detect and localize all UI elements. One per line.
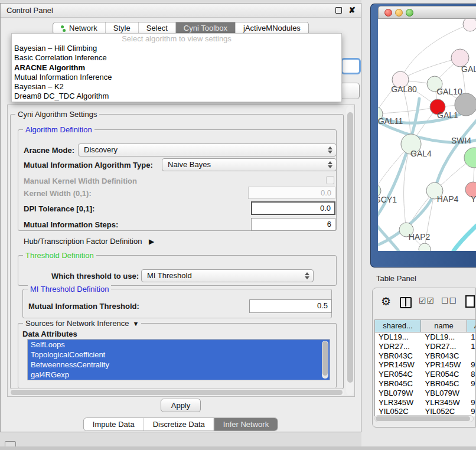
tab-Network[interactable]: Network — [53, 22, 105, 34]
zoom-button[interactable] — [406, 9, 413, 17]
table-column-header[interactable]: A — [467, 319, 476, 332]
network-node-swi4[interactable] — [464, 148, 476, 168]
bottom-tab-Impute Data[interactable]: Impute Data — [84, 418, 144, 431]
which-threshold-combo[interactable]: MI Threshold — [141, 269, 314, 282]
control-panel-titlebar: Control Panel ✘ — [1, 4, 361, 18]
cell-shared-name: YDL19... — [375, 332, 422, 342]
table-row[interactable]: YBR045C YBR045C 9. — [375, 379, 476, 389]
cell-shared-name: YLR345W — [375, 398, 422, 407]
hub-definition-expander[interactable]: Hub/Transcription Factor Definition ▶ — [24, 237, 154, 246]
network-node-label: GAL4 — [410, 149, 432, 158]
network-edge[interactable] — [400, 58, 460, 80]
cell-extra: 9. — [467, 360, 476, 370]
network-node-label: HAP2 — [409, 232, 431, 242]
sources-title-text: Sources for Network Inference — [25, 319, 129, 328]
bottom-strip — [0, 446, 476, 450]
table-horizontal-scrollbar-thumb[interactable] — [376, 416, 470, 421]
columns-icon[interactable] — [400, 297, 412, 308]
network-node[interactable] — [463, 19, 476, 31]
data-attributes-list[interactable]: SelfLoops TopologicalCoefficient Between… — [27, 339, 330, 380]
apply-button[interactable]: Apply — [161, 399, 201, 412]
table-header-row: shared... name A — [374, 319, 476, 332]
attribute-item[interactable]: BetweennessCentrality — [28, 360, 330, 370]
algorithm-option[interactable]: Basic Correlation Inference — [12, 53, 341, 63]
select-all-checkboxes-icon[interactable]: ☑☑ — [419, 296, 435, 305]
algorithm-option[interactable]: Bayesian – Hill Climbing — [12, 44, 341, 53]
close-icon[interactable]: ✘ — [348, 5, 356, 15]
cell-name: YER054C — [422, 370, 468, 379]
mi-type-value: Naive Bayes — [168, 160, 211, 169]
algorithm-option[interactable]: Mutual Information Inference — [12, 73, 341, 82]
dpi-tolerance-label: DPI Tolerance [0,1]: — [24, 204, 94, 213]
horizontal-scrollbar[interactable] — [10, 389, 344, 396]
sources-group-title[interactable]: Sources for Network Inference▼ — [23, 319, 141, 328]
dpi-tolerance-field[interactable]: 0.0 — [251, 201, 335, 215]
deselect-all-checkboxes-icon[interactable]: ☐☐ — [441, 296, 457, 305]
table-row[interactable]: YER054C YER054C 8. — [375, 370, 476, 379]
table-horizontal-scrollbar[interactable] — [374, 415, 474, 422]
table-row[interactable]: YLR345W YLR345W 9. — [375, 398, 476, 407]
cell-name: YBR045C — [422, 379, 468, 389]
minimize-button[interactable] — [395, 9, 403, 17]
focused-combo-fragment[interactable] — [341, 58, 361, 74]
manual-kernel-checkbox[interactable] — [326, 176, 334, 184]
close-button[interactable] — [384, 9, 392, 17]
algorithm-dropdown-list: Select algorithm to view settings Bayesi… — [11, 33, 342, 102]
vertical-scrollbar[interactable] — [346, 106, 354, 395]
horizontal-scrollbar-thumb[interactable] — [11, 390, 343, 395]
mi-threshold-group-title: MI Threshold Definition — [28, 285, 111, 294]
tab-Cyni Toolbox[interactable]: Cyni Toolbox — [175, 22, 235, 34]
aracne-mode-combo[interactable]: Discovery — [78, 144, 337, 156]
table-row[interactable]: YBR043C YBR043C — [375, 351, 476, 361]
algorithm-option[interactable]: Bayesian – K2 — [12, 82, 341, 92]
mi-threshold-field[interactable]: 0.5 — [249, 299, 332, 313]
mi-steps-field[interactable]: 6 — [251, 218, 335, 231]
bottom-tab-Infer Network[interactable]: Infer Network — [214, 418, 278, 431]
table-row[interactable]: YDR27... YDR27... 12 — [375, 342, 476, 351]
combo-fragment[interactable] — [340, 83, 360, 99]
attribute-item[interactable]: gal4RGexp — [28, 370, 330, 380]
control-panel-title: Control Panel — [6, 6, 53, 15]
table-row[interactable]: YBL079W YBL079W — [375, 389, 476, 398]
network-node[interactable] — [419, 243, 431, 251]
attributes-scrollbar-thumb[interactable] — [322, 341, 328, 376]
cell-shared-name: YER054C — [375, 370, 422, 379]
tab-Style[interactable]: Style — [105, 22, 138, 34]
table-column-header[interactable]: shared... — [374, 319, 421, 332]
cell-shared-name: YPR145W — [375, 360, 422, 370]
tab-Select[interactable]: Select — [138, 22, 175, 34]
attributes-scrollbar[interactable] — [322, 341, 328, 379]
vertical-scrollbar-thumb[interactable] — [347, 112, 353, 383]
algorithm-definition-title: Algorithm Definition — [23, 125, 94, 134]
network-node-label: GAL80 — [391, 84, 417, 94]
attribute-item[interactable]: TopologicalCoefficient — [28, 350, 330, 360]
algorithm-option[interactable]: Dream8 DC_TDC Algorithm — [12, 92, 341, 101]
cell-extra: 8. — [467, 370, 476, 379]
kernel-width-field[interactable]: 0.0 — [248, 187, 335, 199]
algorithm-option[interactable]: ARACNE Algorithm — [12, 63, 341, 73]
table-row[interactable]: YDL19... YDL19... 13 — [375, 332, 476, 342]
node-table: shared... name A YDL19... YDL19... 13 YD… — [374, 319, 476, 416]
mi-type-combo[interactable]: Naive Bayes — [162, 158, 337, 171]
expand-right-icon[interactable]: ▶ — [149, 237, 154, 246]
network-canvas[interactable]: GALGAL80GAL10GAL1GAL11GAL4SWI4GCY1HAP4YH… — [378, 19, 476, 251]
tab-jActiveMNodules[interactable]: jActiveMNodules — [235, 22, 308, 34]
hub-definition-label: Hub/Transcription Factor Definition — [24, 237, 142, 246]
kernel-width-label: Kernel Width (0,1): — [24, 189, 92, 198]
bottom-tab-Discretize Data[interactable]: Discretize Data — [144, 418, 214, 431]
settings-scrollpane: Cyni Algorithm Settings Algorithm Defini… — [7, 105, 355, 397]
network-edge[interactable] — [454, 226, 476, 251]
float-window-icon[interactable] — [335, 7, 342, 14]
network-canvas-svg: GALGAL80GAL10GAL1GAL11GAL4SWI4GCY1HAP4YH… — [378, 19, 476, 251]
table-row[interactable]: YPR145W YPR145W 9. — [375, 360, 476, 370]
table-column-header[interactable]: name — [421, 319, 467, 332]
network-titlebar[interactable] — [378, 6, 476, 19]
gear-icon[interactable]: ⚙ — [381, 295, 391, 308]
collapse-down-icon[interactable]: ▼ — [133, 320, 139, 327]
network-tab-icon — [61, 25, 66, 32]
cyni-settings-group-title: Cyni Algorithm Settings — [15, 110, 99, 119]
network-view-window: GALGAL80GAL10GAL1GAL11GAL4SWI4GCY1HAP4YH… — [370, 4, 476, 268]
cell-extra — [467, 389, 476, 398]
document-icon[interactable] — [465, 295, 475, 308]
attribute-item[interactable]: SelfLoops — [28, 340, 330, 350]
